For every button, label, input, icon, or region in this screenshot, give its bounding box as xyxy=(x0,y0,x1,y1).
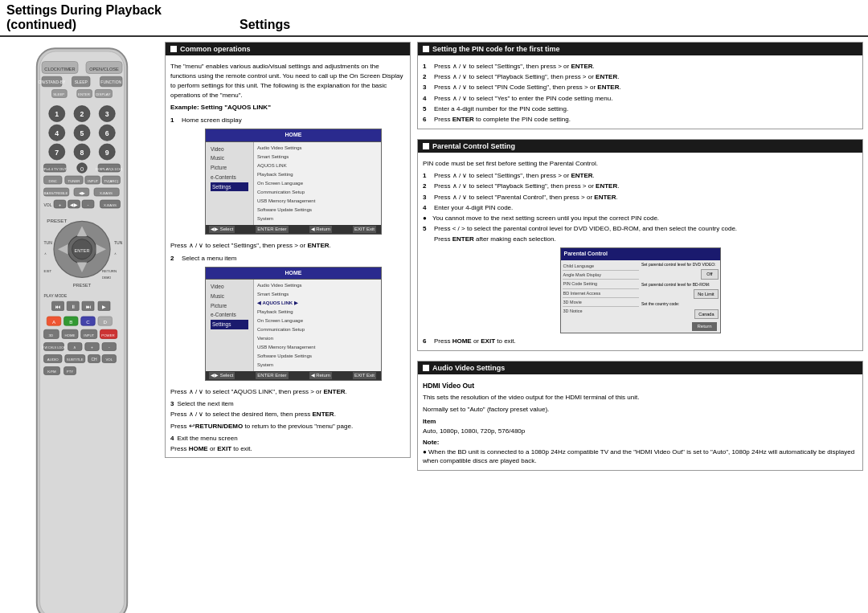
sub2-comm: Communication Setup xyxy=(257,325,378,334)
submenu-audio: Audio Video Settings xyxy=(257,144,378,153)
hdmi-desc: This sets the resolution of the video ou… xyxy=(423,393,858,403)
pin-step-2: 2 Press ∧ / ∨ to select "Playback Settin… xyxy=(423,72,858,81)
parental-country-label: Set the country code: xyxy=(641,301,719,308)
screen1-footer: ◀▶ Select ENTER Enter ◀ Return EXIT Exit xyxy=(206,225,381,234)
step2-num: 2 xyxy=(170,254,177,385)
parental-bullet1: ● You cannot move to the next setting sc… xyxy=(423,214,858,223)
center-title: Settings xyxy=(231,18,489,32)
menu2-picture: Picture xyxy=(211,301,248,311)
parental-title: Parental Control Setting xyxy=(432,142,515,150)
parental-step5b: Press ENTER after making each selection. xyxy=(434,235,858,244)
svg-text:PTY: PTY xyxy=(66,370,73,374)
svg-text:K/FM: K/FM xyxy=(47,370,56,374)
parental-dvd-off: Off xyxy=(641,269,719,279)
step3b-text: Press ∧ / ∨ to select the desired item, … xyxy=(170,410,405,419)
page-header: Settings During Playback (continued) Set… xyxy=(0,0,868,37)
menu-item-music: Music xyxy=(211,153,248,163)
pin-step-5: 5 Enter a 4-digit number for the PIN cod… xyxy=(423,104,858,113)
svg-text:F.W CHLS LOCK: F.W CHLS LOCK xyxy=(42,346,65,349)
audio-video-section: Audio Video Settings HDMI Video Out This… xyxy=(417,361,863,471)
hdmi-note-text: ● When the BD unit is connected to a 108… xyxy=(423,447,858,465)
svg-text:SUBTITLE: SUBTITLE xyxy=(66,358,83,362)
sub2-system: System xyxy=(257,361,378,370)
parental-return-btn: Return xyxy=(692,322,716,331)
screen-mockup-2: HOME Video Music Picture e-Contents Sett… xyxy=(205,267,382,382)
svg-text:6: 6 xyxy=(104,129,108,137)
sub2-audio: Audio Video Settings xyxy=(257,281,378,290)
svg-text:◀▶: ◀▶ xyxy=(79,190,85,195)
parental-bd-nolimit: No Limit xyxy=(641,289,719,299)
pin-step-1: 1 Press ∧ / ∨ to select "Settings", then… xyxy=(423,62,858,71)
main-content: CLOCK/TIMER OPEN/CLOSE ON/STAND-BY SLEEP… xyxy=(0,37,868,613)
hdmi-note-content: ● When the BD unit is connected to a 108… xyxy=(423,447,858,465)
hdmi-note-label: Note: xyxy=(423,438,858,447)
svg-text:X-BASS: X-BASS xyxy=(100,191,113,195)
svg-text:ENTER: ENTER xyxy=(74,248,89,253)
pin-section-icon xyxy=(423,46,429,52)
svg-text:EXIT: EXIT xyxy=(43,269,51,273)
submenu-usb: USB Memory Management xyxy=(257,197,378,206)
svg-text:IPv4.4 TV OUT: IPv4.4 TV OUT xyxy=(43,167,67,171)
common-operations-title: Common operations xyxy=(180,45,251,53)
step4-area: 4 Exit the menu screen xyxy=(170,434,405,443)
sub2-software: Software Update Settings xyxy=(257,352,378,361)
parental-bullet1-text: You cannot move to the next setting scre… xyxy=(432,214,659,223)
hdmi-normal: Normally set to "Auto" (factory preset v… xyxy=(423,405,858,415)
sub2-aquos: ◀ AQUOS LINK ▶ xyxy=(257,299,378,308)
sub2-language: On Screen Language xyxy=(257,317,378,325)
pin-step-6: 6 Press ENTER to complete the PIN code s… xyxy=(423,115,858,124)
middle-column: Common operations The "menu" enables var… xyxy=(163,40,412,613)
svg-text:DISPLAY: DISPLAY xyxy=(96,92,110,96)
svg-text:TV(ARC): TV(ARC) xyxy=(104,179,118,183)
parental-bd-label: Set parental control level for BD-ROM: xyxy=(641,282,719,288)
svg-text:⏸: ⏸ xyxy=(70,304,75,309)
pin-step-4: 4 Press ∧ / ∨ to select "Yes" to enter t… xyxy=(423,94,858,103)
return-text: Press ↩RETURN/DEMO to return to the prev… xyxy=(170,421,405,432)
sub2-version: Version xyxy=(257,334,378,343)
common-operations-desc: The "menu" enables various audio/visual … xyxy=(170,62,405,100)
parental-menu-3d: 3D Movie xyxy=(563,298,640,307)
press2-text: Press ∧ / ∨ to select "AQUOS LINK", then… xyxy=(170,387,405,397)
hdmi-item-values: Auto, 1080p, 1080i, 720p, 576/480p xyxy=(423,427,858,436)
submenu-comm: Communication Setup xyxy=(257,188,378,197)
step2-text: Select a menu item xyxy=(182,254,405,264)
parental-menu-child: Child Language xyxy=(563,262,640,271)
svg-text:TUN: TUN xyxy=(114,240,123,245)
parental-step-5: 5 Press < / > to select the parental con… xyxy=(423,224,858,233)
parental-section: Parental Control Setting PIN code must b… xyxy=(417,139,863,351)
svg-text:ON/STAND-BY: ON/STAND-BY xyxy=(38,80,65,84)
sub2-playback: Playback Setting xyxy=(257,308,378,317)
step3-num: 3 xyxy=(170,399,174,409)
step1-content: Home screen display HOME Video Music Pic… xyxy=(182,116,405,238)
screen-mockup-1: HOME Video Music Picture e-Contents Sett… xyxy=(205,129,382,235)
svg-text:DEMO: DEMO xyxy=(102,276,111,280)
parental-canada: Canada xyxy=(641,309,719,319)
svg-text:8: 8 xyxy=(80,149,84,157)
svg-text:∧: ∧ xyxy=(73,345,76,349)
step4-text: Exit the menu screen xyxy=(177,434,237,443)
parental-step-2: 2 Press ∧ / ∨ to select "Playback Settin… xyxy=(423,182,858,190)
svg-text:SLEEP: SLEEP xyxy=(74,80,88,84)
audio-video-body: HDMI Video Out This sets the resolution … xyxy=(418,378,862,470)
svg-text:◀▶: ◀▶ xyxy=(70,202,78,207)
parental-right-settings: Set parental control level for DVD VIDEO… xyxy=(641,262,719,319)
svg-text:0: 0 xyxy=(80,166,83,173)
step2-content: Select a menu item HOME Video Music Pict… xyxy=(182,254,405,385)
parental-menu-3dnotice: 3D Notice xyxy=(563,307,640,315)
remote-control-image: CLOCK/TIMER OPEN/CLOSE ON/STAND-BY SLEEP… xyxy=(22,43,142,613)
menu2-video: Video xyxy=(211,282,248,292)
left-title: Settings During Playback (continued) xyxy=(6,3,231,32)
submenu-aquos: AQUOS LINK xyxy=(257,161,378,170)
menu2-settings: Settings xyxy=(211,320,248,329)
parental-intro: PIN code must be set first before settin… xyxy=(423,159,858,169)
menu-item-video: Video xyxy=(211,145,248,154)
menu-item-econtents: e-Contents xyxy=(211,173,248,182)
parental-menu-pin: PIN Code Setting xyxy=(563,280,640,288)
step4-num: 4 xyxy=(170,434,174,443)
svg-text:C: C xyxy=(86,319,90,325)
pin-code-section: Setting the PIN code for the first time … xyxy=(417,42,863,129)
parental-mockup: Parental Control Child Language Angle Ma… xyxy=(560,247,721,333)
svg-text:3: 3 xyxy=(104,110,108,118)
parental-header: Parental Control Setting xyxy=(418,140,862,153)
svg-text:POWER: POWER xyxy=(101,333,114,337)
